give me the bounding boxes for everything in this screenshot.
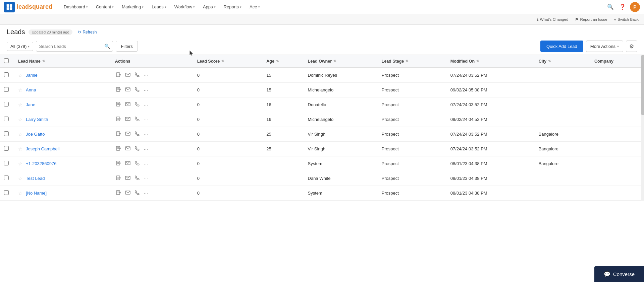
phone-icon[interactable] xyxy=(134,174,141,182)
more-options-icon[interactable]: ··· xyxy=(143,145,149,152)
lead-name-column[interactable]: Lead Name ⇅ xyxy=(13,55,110,68)
favorite-star-icon[interactable]: ☆ xyxy=(18,117,22,122)
add-task-icon[interactable] xyxy=(115,116,122,123)
lead-name-link[interactable]: [No Name] xyxy=(26,191,47,196)
quick-add-lead-button[interactable]: Quick Add Lead xyxy=(540,41,583,52)
search-input[interactable] xyxy=(39,44,104,49)
add-task-icon[interactable] xyxy=(115,174,122,182)
whats-changed-link[interactable]: ℹ What's Changed xyxy=(537,17,569,22)
email-icon[interactable] xyxy=(124,189,131,197)
email-icon[interactable] xyxy=(124,130,131,138)
refresh-button[interactable]: ↻ Refresh xyxy=(76,29,99,35)
phone-icon[interactable] xyxy=(134,130,141,138)
nav-item-reports[interactable]: Reports ▾ xyxy=(220,2,245,11)
nav-item-marketing[interactable]: Marketing ▾ xyxy=(118,2,147,11)
nav-item-apps[interactable]: Apps ▾ xyxy=(200,2,219,11)
row-checkbox[interactable] xyxy=(4,102,9,107)
favorite-star-icon[interactable]: ☆ xyxy=(18,102,22,108)
favorite-star-icon[interactable]: ☆ xyxy=(18,146,22,152)
lead-owner-column[interactable]: Lead Owner ⇅ xyxy=(303,55,377,68)
phone-icon[interactable] xyxy=(134,101,141,109)
nav-items: Dashboard ▾ Content ▾ Marketing ▾ Leads … xyxy=(60,2,606,11)
more-options-icon[interactable]: ··· xyxy=(143,131,149,138)
email-icon[interactable] xyxy=(124,160,131,167)
more-options-icon[interactable]: ··· xyxy=(143,86,149,93)
modified-on-column[interactable]: Modified On ⇅ xyxy=(446,55,534,68)
more-options-icon[interactable]: ··· xyxy=(143,116,149,123)
add-task-icon[interactable] xyxy=(115,160,122,167)
add-task-icon[interactable] xyxy=(115,145,122,153)
phone-icon[interactable] xyxy=(134,145,141,153)
phone-icon[interactable] xyxy=(134,116,141,123)
report-issue-link[interactable]: ⚑ Report an Issue xyxy=(575,17,607,22)
favorite-star-icon[interactable]: ☆ xyxy=(18,161,22,166)
age-column[interactable]: Age ⇅ xyxy=(262,55,303,68)
favorite-star-icon[interactable]: ☆ xyxy=(18,87,22,93)
row-checkbox[interactable] xyxy=(4,146,9,151)
search-button[interactable]: 🔍 xyxy=(606,2,615,12)
lead-name-cell: ☆ Jane xyxy=(13,97,110,112)
email-icon[interactable] xyxy=(124,86,131,94)
more-actions-button[interactable]: More Actions ▾ xyxy=(586,41,623,52)
row-checkbox[interactable] xyxy=(4,175,9,180)
email-icon[interactable] xyxy=(124,116,131,123)
favorite-star-icon[interactable]: ☆ xyxy=(18,132,22,137)
more-options-icon[interactable]: ··· xyxy=(143,101,149,108)
lead-name-link[interactable]: Joseph Campbell xyxy=(26,146,59,151)
row-checkbox[interactable] xyxy=(4,131,9,136)
city-column[interactable]: City ⇅ xyxy=(534,55,590,68)
email-icon[interactable] xyxy=(124,145,131,153)
lead-score-column[interactable]: Lead Score ⇅ xyxy=(193,55,262,68)
add-task-icon[interactable] xyxy=(115,189,122,197)
logo[interactable]: leadsquared xyxy=(4,2,52,12)
nav-item-workflow[interactable]: Workflow ▾ xyxy=(171,2,198,11)
more-options-icon[interactable]: ··· xyxy=(143,160,149,167)
phone-icon[interactable] xyxy=(134,160,141,167)
row-checkbox[interactable] xyxy=(4,190,9,195)
email-icon[interactable] xyxy=(124,71,131,79)
chevron-down-icon: ▾ xyxy=(28,45,30,48)
row-checkbox[interactable] xyxy=(4,117,9,121)
lead-name-link[interactable]: Test Lead xyxy=(26,176,45,181)
table-row: ☆ [No Name] xyxy=(0,186,644,201)
add-task-icon[interactable] xyxy=(115,71,122,79)
favorite-star-icon[interactable]: ☆ xyxy=(18,176,22,181)
nav-item-ace[interactable]: Ace ▾ xyxy=(246,2,263,11)
lead-name-link[interactable]: Jane xyxy=(26,102,35,107)
lead-name-link[interactable]: Jamie xyxy=(26,73,38,78)
phone-icon[interactable] xyxy=(134,189,141,197)
scrollbar-thumb[interactable] xyxy=(641,55,644,115)
select-all-checkbox[interactable] xyxy=(4,58,9,63)
row-checkbox[interactable] xyxy=(4,161,9,165)
lead-name-link[interactable]: Anna xyxy=(26,87,36,92)
nav-item-content[interactable]: Content ▾ xyxy=(93,2,117,11)
favorite-star-icon[interactable]: ☆ xyxy=(18,73,22,78)
more-options-icon[interactable]: ··· xyxy=(143,72,149,79)
lead-stage-column[interactable]: Lead Stage ⇅ xyxy=(377,55,446,68)
lead-name-link[interactable]: Larry Smith xyxy=(26,117,48,122)
row-checkbox[interactable] xyxy=(4,72,9,77)
add-task-icon[interactable] xyxy=(115,130,122,138)
nav-item-dashboard[interactable]: Dashboard ▾ xyxy=(60,2,91,11)
help-button[interactable]: ❓ xyxy=(618,2,627,12)
nav-item-leads[interactable]: Leads ▾ xyxy=(148,2,169,11)
more-options-icon[interactable]: ··· xyxy=(143,175,149,182)
email-icon[interactable] xyxy=(124,101,131,109)
row-checkbox[interactable] xyxy=(4,87,9,92)
filters-button[interactable]: Filters xyxy=(116,41,138,52)
city-cell: Bangalore xyxy=(534,142,590,156)
avatar[interactable]: P xyxy=(630,2,640,12)
lead-name-link[interactable]: Joe Gatto xyxy=(26,132,45,137)
switch-back-link[interactable]: « Switch Back xyxy=(614,17,639,22)
nav-right: 🔍 ❓ P xyxy=(606,2,640,12)
lead-name-link[interactable]: +1-2032860976 xyxy=(26,161,56,166)
phone-icon[interactable] xyxy=(134,86,141,94)
add-task-icon[interactable] xyxy=(115,86,122,94)
add-task-icon[interactable] xyxy=(115,101,122,109)
email-icon[interactable] xyxy=(124,174,131,182)
settings-button[interactable]: ⚙ xyxy=(626,41,637,52)
more-options-icon[interactable]: ··· xyxy=(143,190,149,197)
phone-icon[interactable] xyxy=(134,71,141,79)
all-leads-button[interactable]: All (379) ▾ xyxy=(7,42,33,51)
favorite-star-icon[interactable]: ☆ xyxy=(18,191,22,196)
